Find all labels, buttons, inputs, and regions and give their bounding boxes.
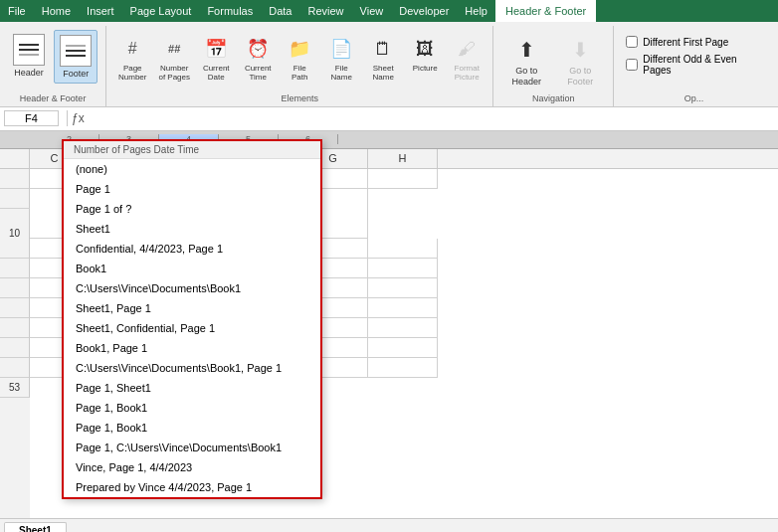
dropdown-item-path-book1-page1[interactable]: C:\Users\Vince\Documents\Book1, Page 1 [64, 358, 320, 378]
cell[interactable] [368, 338, 438, 358]
ribbon-group-hf: Header Footer Header & Footer [4, 26, 106, 106]
dropdown-item-sheet1-conf-page1[interactable]: Sheet1, Confidential, Page 1 [64, 318, 320, 338]
ribbon-group-navigation: ⬆ Go toHeader ⬇ Go toFooter Navigation [493, 26, 614, 106]
dropdown-item-confidential[interactable]: Confidential, 4/4/2023, Page 1 [64, 239, 320, 259]
different-odd-even-checkbox[interactable]: Different Odd & Even Pages [626, 54, 762, 76]
cell[interactable] [368, 259, 438, 278]
row-header [0, 278, 30, 298]
row-header [0, 298, 30, 318]
row-header [0, 189, 30, 209]
footer-icon [60, 35, 92, 67]
footer-dropdown-menu: Number of Pages Date Time (none)Page 1Pa… [62, 139, 322, 499]
ribbon-group-elements: # PageNumber ## Numberof Pages 📅 Current… [106, 26, 493, 106]
different-first-page-checkbox[interactable]: Different First Page [626, 36, 762, 48]
menu-insert[interactable]: Insert [79, 3, 122, 19]
cell[interactable] [368, 239, 438, 259]
cell[interactable] [368, 318, 438, 338]
group-label-options: Op... [626, 93, 762, 106]
menu-view[interactable]: View [352, 3, 392, 19]
cell[interactable] [368, 298, 438, 318]
go-to-header-button[interactable]: ⬆ Go toHeader [501, 30, 551, 91]
footer-button[interactable]: Footer [54, 30, 97, 84]
sheet-tab-sheet1[interactable]: Sheet1 [4, 522, 67, 532]
row-header [0, 358, 30, 378]
menu-page-layout[interactable]: Page Layout [122, 3, 200, 19]
menu-data[interactable]: Data [261, 3, 299, 19]
group-label-navigation: Navigation [501, 93, 605, 106]
menu-review[interactable]: Review [299, 3, 351, 19]
group-label-hf: Header & Footer [8, 93, 97, 106]
menu-header-footer[interactable]: Header & Footer [495, 0, 596, 22]
dropdown-item-page1-book1-a[interactable]: Page 1, Book1 [64, 398, 320, 418]
row-header [0, 338, 30, 358]
row-header: 10 [0, 209, 30, 259]
cell[interactable] [368, 278, 438, 298]
go-to-footer-button[interactable]: ⬇ Go toFooter [555, 30, 605, 91]
sheet-name-button[interactable]: 🗒 SheetName [363, 30, 403, 86]
dropdown-item-page1[interactable]: Page 1 [64, 179, 320, 199]
row-headers: 10 53 [0, 149, 30, 518]
row-header [0, 318, 30, 338]
dropdown-item-page1-path[interactable]: Page 1, C:\Users\Vince\Documents\Book1 [64, 438, 320, 457]
ribbon-group-options: Different First Page Different Odd & Eve… [614, 26, 774, 106]
dropdown-item-book1-page1[interactable]: Book1, Page 1 [64, 338, 320, 358]
fx-label: ƒx [72, 111, 85, 125]
current-date-button[interactable]: 📅 CurrentDate [196, 30, 236, 86]
menu-help[interactable]: Help [457, 3, 495, 19]
row-header: 53 [0, 378, 30, 398]
group-label-elements: Elements [112, 93, 486, 106]
dropdown-item-book1[interactable]: Book1 [64, 259, 320, 278]
menu-home[interactable]: Home [34, 3, 79, 19]
file-name-button[interactable]: 📄 FileName [321, 30, 361, 86]
dropdown-item-page1-book1-b[interactable]: Page 1, Book1 [64, 418, 320, 438]
dropdown-item-path-book1[interactable]: C:\Users\Vince\Documents\Book1 [64, 278, 320, 298]
format-picture-button[interactable]: 🖌 FormatPicture [447, 30, 486, 86]
menu-file[interactable]: File [0, 0, 34, 22]
current-time-button[interactable]: ⏰ CurrentTime [238, 30, 278, 86]
row-header [0, 169, 30, 189]
cell[interactable] [368, 169, 438, 189]
dropdown-item-sheet1-page1[interactable]: Sheet1, Page 1 [64, 298, 320, 318]
header-icon [13, 34, 45, 66]
dropdown-item-page1of[interactable]: Page 1 of ? [64, 199, 320, 219]
dropdown-item-none[interactable]: (none) [64, 159, 320, 179]
menu-formulas[interactable]: Formulas [199, 3, 261, 19]
picture-button[interactable]: 🖼 Picture [405, 30, 445, 77]
dropdown-item-sheet1[interactable]: Sheet1 [64, 219, 320, 239]
dropdown-header: Number of Pages Date Time [64, 141, 320, 159]
file-path-button[interactable]: 📁 FilePath [280, 30, 319, 86]
header-button[interactable]: Header [8, 30, 50, 82]
dropdown-item-prepared[interactable]: Prepared by Vince 4/4/2023, Page 1 [64, 477, 320, 497]
page-number-button[interactable]: # PageNumber [112, 30, 152, 86]
name-box[interactable] [4, 110, 59, 126]
cell[interactable] [368, 358, 438, 378]
dropdown-item-page1-sheet1[interactable]: Page 1, Sheet1 [64, 378, 320, 398]
num-pages-button[interactable]: ## Numberof Pages [154, 30, 194, 86]
formula-input[interactable] [89, 112, 778, 124]
row-header [0, 259, 30, 278]
sheet-tabs-bar: Sheet1 [0, 518, 778, 532]
dropdown-item-vince-page1[interactable]: Vince, Page 1, 4/4/2023 [64, 457, 320, 477]
menu-developer[interactable]: Developer [391, 3, 457, 19]
